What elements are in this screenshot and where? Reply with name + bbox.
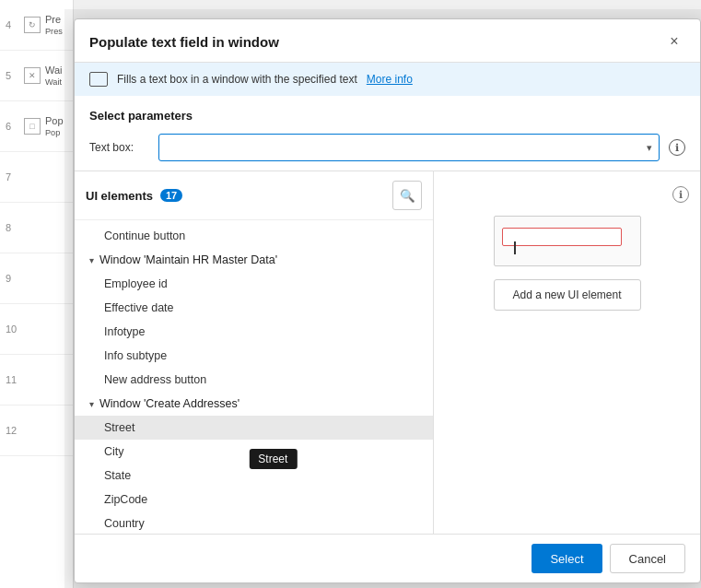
bg-item-7: 7 bbox=[0, 152, 73, 203]
main-dialog: Populate text field in window × Fills a … bbox=[74, 18, 701, 583]
ui-elements-header: UI elements 17 🔍 bbox=[75, 171, 433, 220]
ui-elements-label-group: UI elements 17 bbox=[86, 189, 182, 203]
preview-cursor bbox=[514, 241, 516, 254]
tree-item-new-address-button[interactable]: New address button bbox=[75, 368, 433, 392]
tree-item-continue-button[interactable]: Continue button bbox=[75, 224, 433, 248]
bg-item-6: 6 □ PopPop bbox=[0, 101, 73, 152]
tree-item-label: Country bbox=[104, 517, 145, 530]
tree-item-label: New address button bbox=[104, 373, 206, 386]
tree-item-effective-date[interactable]: Effective date bbox=[75, 296, 433, 320]
tree-item-label: State bbox=[104, 469, 131, 482]
textbox-info-icon[interactable]: ℹ bbox=[669, 139, 685, 156]
textbox-label: Text box: bbox=[89, 141, 149, 154]
bg-item-9: 9 bbox=[0, 253, 73, 304]
preview-text-field bbox=[502, 228, 622, 246]
tree-item-window-create[interactable]: ▾ Window 'Create Addresses' bbox=[75, 392, 433, 416]
tree-item-label: Info subtype bbox=[104, 349, 167, 362]
add-new-ui-element-button[interactable]: Add a new UI element bbox=[494, 279, 641, 311]
left-panel: UI elements 17 🔍 Continue button ▾ bbox=[75, 171, 434, 534]
background-sidebar: 4 ↻ PrePres 5 ✕ WaiWait 6 □ PopPop 7 8 9… bbox=[0, 0, 74, 588]
ui-elements-text: UI elements bbox=[86, 189, 153, 203]
info-banner: Fills a text box in a window with the sp… bbox=[75, 63, 700, 96]
tree-item-label: ZipCode bbox=[104, 493, 147, 506]
bg-item-5: 5 ✕ WaiWait bbox=[0, 51, 73, 101]
tree-item-info-subtype[interactable]: Info subtype bbox=[75, 344, 433, 368]
bg-item-8: 8 bbox=[0, 203, 73, 253]
tree-item-label: City bbox=[104, 445, 124, 458]
search-button[interactable]: 🔍 bbox=[392, 181, 422, 210]
preview-info-icon[interactable]: ℹ bbox=[672, 186, 689, 203]
street-tooltip: Street bbox=[249, 449, 297, 469]
close-button[interactable]: × bbox=[663, 30, 685, 53]
tree-item-country[interactable]: Country bbox=[75, 512, 433, 534]
tree-item-street[interactable]: Street Street bbox=[75, 416, 433, 440]
bg-item-4: 4 ↻ PrePres bbox=[0, 0, 73, 51]
chevron-down-icon: ▾ bbox=[89, 255, 94, 265]
dialog-title: Populate text field in window bbox=[89, 34, 279, 50]
tree-item-label: Employee id bbox=[104, 277, 168, 290]
bg-icon-5: ✕ bbox=[24, 67, 41, 84]
tree-item-employee-id[interactable]: Employee id bbox=[75, 272, 433, 296]
content-area: UI elements 17 🔍 Continue button ▾ bbox=[75, 171, 700, 534]
info-box-icon bbox=[89, 72, 108, 87]
tree-item-label: Window 'Maintain HR Master Data' bbox=[99, 253, 277, 266]
textbox-select[interactable] bbox=[158, 134, 660, 161]
select-button[interactable]: Select bbox=[532, 544, 602, 573]
tree-item-label: Street bbox=[104, 421, 134, 434]
tree-item-window-hr[interactable]: ▾ Window 'Maintain HR Master Data' bbox=[75, 248, 433, 272]
tree-item-label: Infotype bbox=[104, 325, 145, 338]
element-preview bbox=[494, 216, 641, 266]
bg-icon-4: ↻ bbox=[24, 17, 41, 33]
ui-elements-badge: 17 bbox=[160, 189, 182, 202]
dialog-overlay: Populate text field in window × Fills a … bbox=[64, 9, 701, 588]
tree-item-infotype[interactable]: Infotype bbox=[75, 320, 433, 344]
tree-item-label: Window 'Create Addresses' bbox=[99, 397, 240, 410]
tree-item-label: Effective date bbox=[104, 301, 174, 314]
params-title: Select parameters bbox=[89, 109, 685, 123]
bg-item-10: 10 bbox=[0, 304, 73, 355]
tree-item-zipcode[interactable]: ZipCode bbox=[75, 488, 433, 512]
dialog-header: Populate text field in window × bbox=[75, 19, 700, 63]
bg-icon-6: □ bbox=[24, 118, 41, 135]
bg-item-12: 12 bbox=[0, 406, 73, 456]
param-row-textbox: Text box: ▾ ℹ bbox=[89, 134, 685, 161]
bg-item-11: 11 bbox=[0, 355, 73, 406]
search-icon: 🔍 bbox=[400, 189, 415, 203]
tree-list: Continue button ▾ Window 'Maintain HR Ma… bbox=[75, 220, 433, 534]
dialog-footer: Select Cancel bbox=[75, 534, 700, 582]
chevron-down-icon-2: ▾ bbox=[89, 399, 94, 409]
more-info-link[interactable]: More info bbox=[367, 73, 413, 86]
params-section: Select parameters Text box: ▾ ℹ bbox=[75, 96, 700, 171]
tree-item-label: Continue button bbox=[104, 229, 185, 242]
info-text: Fills a text box in a window with the sp… bbox=[117, 73, 357, 86]
textbox-select-wrap: ▾ bbox=[158, 134, 660, 161]
cancel-button[interactable]: Cancel bbox=[610, 544, 685, 573]
right-panel: ℹ Add a new UI element bbox=[434, 171, 700, 534]
